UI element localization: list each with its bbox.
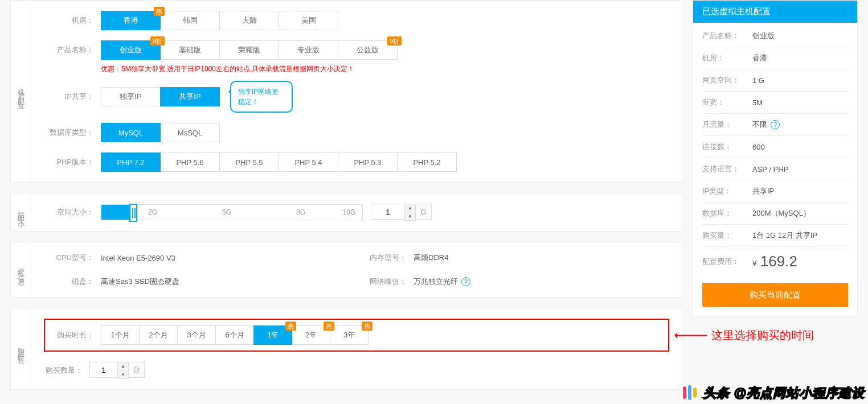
disk-label: 磁盘： <box>44 277 101 287</box>
summary-connections: 600 <box>752 143 848 151</box>
product-tabs: 创业版9折 基础版 荣耀版 专业版 公益版9折 <box>101 40 398 60</box>
summary-traffic: 不限? <box>752 119 848 130</box>
tab-dur-1m[interactable]: 1个月 <box>101 325 140 345</box>
tab-datacenter-cn[interactable]: 大陆 <box>219 11 279 30</box>
mem-value: 高频DDR4 <box>413 253 669 263</box>
disk-value: 高速Sas3 SSD固态硬盘 <box>101 277 357 287</box>
panel-hardware: 硬件信息 CPU型号： Intel Xeon E5-2690 V3 内存型号： … <box>10 242 682 298</box>
qty-unit: 台 <box>129 362 145 378</box>
discount-badge: 9折 <box>387 36 402 46</box>
help-icon[interactable]: ? <box>461 277 470 286</box>
tab-datacenter-us[interactable]: 美国 <box>279 11 338 30</box>
ipshare-tabs: 独享IP 共享IP <box>101 87 220 106</box>
tab-product-honor[interactable]: 荣耀版 <box>219 40 279 60</box>
qty-input[interactable] <box>89 362 118 378</box>
space-input[interactable] <box>371 204 405 220</box>
panel-space: 空间大小 空间大小： 2G 5G 8G 10G <box>10 193 682 232</box>
space-unit: G <box>416 204 432 220</box>
tab-dur-1y[interactable]: 1年惠 <box>253 325 292 345</box>
tab-dur-2y[interactable]: 2年惠 <box>292 325 330 345</box>
php-tabs: PHP 7.2 PHP 5.6 PHP 5.5 PHP 5.4 PHP 5.3 … <box>101 152 457 172</box>
tab-datacenter-kr[interactable]: 韩国 <box>160 11 220 30</box>
summary-db: 200M（MySQL） <box>752 208 848 219</box>
panel-side-label: 购买时长 <box>11 308 31 389</box>
tab-db-mssql[interactable]: MsSQL <box>160 123 220 142</box>
summary-title: 已选虚拟主机配置 <box>693 1 857 23</box>
ip-tip-bubble: 独享IP网络更稳定！ <box>230 81 293 113</box>
db-label: 数据库类型： <box>44 127 101 138</box>
tab-php-72[interactable]: PHP 7.2 <box>101 152 161 172</box>
tab-dur-3y[interactable]: 3年惠 <box>330 325 369 345</box>
stepper-down[interactable]: ▼ <box>405 212 415 220</box>
datacenter-label: 机房： <box>44 15 101 26</box>
tab-dur-6m[interactable]: 6个月 <box>215 325 254 345</box>
slider-thumb[interactable] <box>129 204 137 222</box>
discount-badge: 惠 <box>285 321 296 331</box>
summary-iptype: 共享IP <box>752 186 848 196</box>
space-label: 空间大小： <box>44 207 101 217</box>
datacenter-tabs: 香港惠 韩国 大陆 美国 <box>101 11 338 30</box>
summary-datacenter: 香港 <box>752 53 848 63</box>
net-value: 万兆独立光纤? <box>413 277 669 287</box>
panel-duration: 购买时长 购买时长： 1个月 2个月 3个月 6个月 1年惠 2年惠 3年惠 <box>10 308 682 390</box>
tab-php-56[interactable]: PHP 5.6 <box>160 152 220 172</box>
db-tabs: MySQL MsSQL <box>101 123 220 142</box>
discount-badge: 惠 <box>362 321 372 331</box>
qty-label: 购买数量： <box>44 365 89 376</box>
tab-dur-2m[interactable]: 2个月 <box>139 325 178 345</box>
tab-product-basic[interactable]: 基础版 <box>160 40 220 60</box>
help-icon[interactable]: ? <box>771 120 780 129</box>
php-label: PHP版本： <box>44 157 101 167</box>
tab-php-55[interactable]: PHP 5.5 <box>219 152 279 172</box>
buy-button[interactable]: 购买当前配置 <box>702 283 848 307</box>
tab-php-53[interactable]: PHP 5.3 <box>338 152 398 172</box>
summary-lang: ASP / PHP <box>752 165 848 174</box>
panel-config: 机房与配置 机房： 香港惠 韩国 大陆 美国 产品名称： 创业版9折 基础版 <box>10 0 682 183</box>
panel-side-label: 空间大小 <box>11 193 31 231</box>
tab-php-52[interactable]: PHP 5.2 <box>397 152 457 172</box>
tab-php-54[interactable]: PHP 5.4 <box>279 152 338 172</box>
tab-product-charity[interactable]: 公益版9折 <box>338 40 398 60</box>
tab-product-pro[interactable]: 专业版 <box>279 40 338 60</box>
summary-qty: 1台 1G 12月 共享IP <box>752 230 848 241</box>
space-slider[interactable]: 2G 5G 8G 10G <box>101 204 363 220</box>
summary-space: 1 G <box>752 76 848 85</box>
promo-text: 优惠：5M独享大带宽,适用于日IP1000左右的站点,具体承载流量根据网页大小决… <box>101 64 669 74</box>
duration-highlight-box: 购买时长： 1个月 2个月 3个月 6个月 1年惠 2年惠 3年惠 <box>44 319 669 352</box>
cpu-label: CPU型号： <box>44 253 101 263</box>
summary-product: 创业版 <box>752 31 848 41</box>
summary-bandwidth: 5M <box>752 98 848 107</box>
summary-panel: 已选虚拟主机配置 产品名称：创业版 机房：香港 网页空间：1 G 带宽：5M 月… <box>693 0 858 316</box>
tab-product-starter[interactable]: 创业版9折 <box>101 40 161 60</box>
tab-datacenter-hk[interactable]: 香港惠 <box>101 11 161 30</box>
stepper-down[interactable]: ▼ <box>118 370 128 378</box>
stepper-up[interactable]: ▲ <box>118 362 128 370</box>
discount-badge: 惠 <box>324 321 334 331</box>
mem-label: 内存型号： <box>357 253 413 263</box>
ipshare-label: IP共享： <box>44 92 101 102</box>
panel-side-label: 机房与配置 <box>11 1 31 182</box>
discount-badge: 9折 <box>150 36 165 46</box>
product-label: 产品名称： <box>44 45 101 55</box>
tab-ip-dedicated[interactable]: 独享IP <box>101 87 161 106</box>
panel-side-label: 硬件信息 <box>11 242 31 297</box>
cpu-value: Intel Xeon E5-2690 V3 <box>101 254 357 262</box>
net-label: 网络峰值： <box>357 277 413 287</box>
annotation-arrow: 这里选择购买的时间 <box>675 328 814 343</box>
stepper-up[interactable]: ▲ <box>405 204 415 212</box>
duration-label: 购买时长： <box>55 330 101 340</box>
discount-badge: 惠 <box>154 7 165 16</box>
duration-tabs: 1个月 2个月 3个月 6个月 1年惠 2年惠 3年惠 <box>101 325 369 345</box>
tab-ip-shared[interactable]: 共享IP <box>160 87 220 106</box>
summary-price: ¥169.2 <box>752 253 848 270</box>
tab-db-mysql[interactable]: MySQL <box>101 123 161 142</box>
tab-dur-3m[interactable]: 3个月 <box>177 325 216 345</box>
